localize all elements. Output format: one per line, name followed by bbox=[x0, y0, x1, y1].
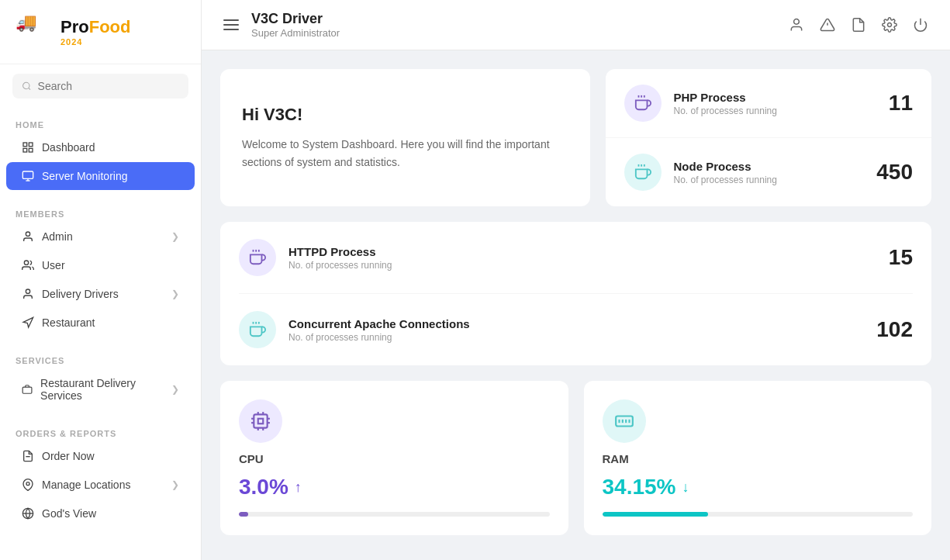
php-process-icon bbox=[624, 85, 662, 122]
svg-rect-36 bbox=[258, 419, 264, 424]
php-process-sub: No. of processes running bbox=[674, 105, 876, 116]
delivery-icon bbox=[22, 383, 33, 396]
bottom-row: CPU 3.0% ↑ RAM 34.15% bbox=[220, 381, 931, 535]
svg-line-2 bbox=[29, 88, 30, 89]
apache-item: Concurrent Apache Connections No. of pro… bbox=[239, 294, 913, 365]
middle-row: HTTPD Process No. of processes running 1… bbox=[220, 222, 931, 365]
location-icon bbox=[22, 479, 34, 491]
search-input[interactable] bbox=[38, 80, 179, 92]
settings-icon[interactable] bbox=[882, 17, 897, 33]
php-process-name: PHP Process bbox=[674, 91, 876, 104]
grid-icon bbox=[22, 141, 34, 154]
httpd-process-sub: No. of processes running bbox=[288, 260, 876, 271]
httpd-count: 15 bbox=[889, 245, 913, 270]
svg-rect-3 bbox=[23, 143, 27, 147]
hamburger-line bbox=[223, 29, 239, 30]
sidebar-item-server-monitoring[interactable]: Server Monitoring bbox=[6, 162, 195, 190]
welcome-text: Welcome to System Dashboard. Here you wi… bbox=[242, 136, 568, 171]
ram-arrow-down-icon: ↓ bbox=[682, 479, 689, 496]
sidebar-item-restaurant[interactable]: Restaurant bbox=[6, 309, 195, 337]
sidebar-item-delivery-drivers[interactable]: Delivery Drivers ❯ bbox=[6, 280, 195, 308]
apache-name: Concurrent Apache Connections bbox=[288, 317, 864, 330]
apache-info: Concurrent Apache Connections No. of pro… bbox=[288, 317, 864, 343]
view-icon bbox=[22, 507, 34, 520]
hamburger-button[interactable] bbox=[223, 19, 239, 30]
search-icon bbox=[22, 81, 32, 92]
node-process-item: Node Process No. of processes running 45… bbox=[606, 138, 932, 206]
sidebar-item-dashboard[interactable]: Dashboard bbox=[6, 133, 195, 161]
monitor-icon bbox=[22, 170, 34, 182]
user-profile-icon[interactable] bbox=[789, 17, 804, 33]
sidebar-item-gods-view[interactable]: God's View bbox=[6, 500, 195, 527]
sidebar-item-manage-locations[interactable]: Manage Locations ❯ bbox=[6, 471, 195, 499]
sidebar-item-label: Restaurant Delivery Services bbox=[40, 377, 164, 402]
doc-icon[interactable] bbox=[851, 17, 866, 33]
php-process-info: PHP Process No. of processes running bbox=[674, 91, 876, 116]
apache-count: 102 bbox=[876, 317, 913, 342]
cpu-card: CPU 3.0% ↑ bbox=[220, 381, 568, 535]
sidebar-item-label: Order Now bbox=[42, 450, 95, 462]
section-label-orders: ORDERS & REPORTS bbox=[0, 423, 201, 441]
apache-icon bbox=[239, 311, 276, 348]
svg-rect-13 bbox=[22, 387, 32, 393]
httpd-process-name: HTTPD Process bbox=[288, 245, 876, 258]
hamburger-line bbox=[223, 19, 239, 21]
logo-area: 🚚 ProFood 2024 bbox=[0, 0, 201, 64]
nav-section-members: MEMBERS Admin ❯ User Delivery Drivers ❯ bbox=[0, 197, 201, 344]
logo-text: ProFood 2024 bbox=[60, 17, 130, 47]
ram-value: 34.15% bbox=[603, 475, 676, 500]
svg-point-12 bbox=[26, 289, 29, 293]
ram-value-row: 34.15% ↓ bbox=[603, 475, 914, 500]
node-process-info: Node Process No. of processes running bbox=[674, 160, 865, 185]
chevron-down-icon: ❯ bbox=[171, 479, 179, 490]
svg-point-1 bbox=[23, 82, 29, 88]
node-process-name: Node Process bbox=[674, 160, 865, 173]
power-icon[interactable] bbox=[913, 17, 928, 33]
node-process-sub: No. of processes running bbox=[674, 175, 865, 185]
svg-point-10 bbox=[26, 232, 29, 236]
main-area: V3C Driver Super Administrator bbox=[202, 0, 950, 560]
svg-text:🚚: 🚚 bbox=[16, 12, 37, 33]
httpd-process-info: HTTPD Process No. of processes running bbox=[288, 245, 876, 271]
section-label-services: SERVICES bbox=[0, 350, 201, 368]
chevron-down-icon: ❯ bbox=[171, 384, 179, 395]
top-cards-row: Hi V3C! Welcome to System Dashboard. Her… bbox=[220, 69, 931, 206]
apache-sub: No. of processes running bbox=[288, 332, 864, 343]
sidebar-item-user[interactable]: User bbox=[6, 251, 195, 279]
node-process-icon bbox=[624, 154, 662, 191]
page-subtitle: Super Administrator bbox=[251, 27, 340, 39]
svg-point-21 bbox=[888, 23, 892, 27]
sidebar-item-label: Admin bbox=[42, 230, 73, 243]
cpu-value: 3.0% bbox=[239, 475, 288, 500]
topbar: V3C Driver Super Administrator bbox=[202, 0, 950, 50]
chevron-down-icon: ❯ bbox=[171, 231, 179, 242]
sidebar-item-label: Manage Locations bbox=[42, 479, 130, 491]
sidebar-item-label: Restaurant bbox=[42, 316, 95, 329]
svg-rect-6 bbox=[29, 148, 33, 152]
welcome-card: Hi V3C! Welcome to System Dashboard. Her… bbox=[220, 69, 590, 206]
logo-brand: ProFood bbox=[60, 17, 130, 37]
search-box[interactable] bbox=[12, 74, 188, 99]
topbar-icons bbox=[789, 17, 928, 33]
nav-section-orders: ORDERS & REPORTS Order Now Manage Locati… bbox=[0, 417, 201, 534]
content-area: Hi V3C! Welcome to System Dashboard. Her… bbox=[202, 50, 950, 560]
ram-bar-fill bbox=[603, 512, 708, 517]
sidebar-item-admin[interactable]: Admin ❯ bbox=[6, 223, 195, 251]
php-process-count: 11 bbox=[889, 91, 913, 116]
section-label-home: HOME bbox=[0, 114, 201, 133]
sidebar-item-restaurant-delivery[interactable]: Restaurant Delivery Services ❯ bbox=[6, 369, 195, 410]
svg-rect-4 bbox=[29, 143, 33, 147]
php-process-item: PHP Process No. of processes running 11 bbox=[606, 69, 932, 138]
restaurant-icon bbox=[22, 316, 34, 329]
sidebar-item-label: User bbox=[42, 259, 65, 271]
sidebar-item-order-now[interactable]: Order Now bbox=[6, 442, 195, 470]
alert-icon[interactable] bbox=[820, 17, 835, 33]
sidebar-item-label: Dashboard bbox=[42, 141, 95, 154]
svg-rect-7 bbox=[22, 171, 33, 178]
nav-section-services: SERVICES Restaurant Delivery Services ❯ bbox=[0, 344, 201, 417]
topbar-left: V3C Driver Super Administrator bbox=[223, 11, 340, 39]
process-cards: PHP Process No. of processes running 11 … bbox=[606, 69, 932, 206]
ram-card: RAM 34.15% ↓ bbox=[584, 381, 932, 535]
sidebar-item-label: God's View bbox=[42, 507, 96, 520]
cpu-bar bbox=[239, 512, 550, 517]
